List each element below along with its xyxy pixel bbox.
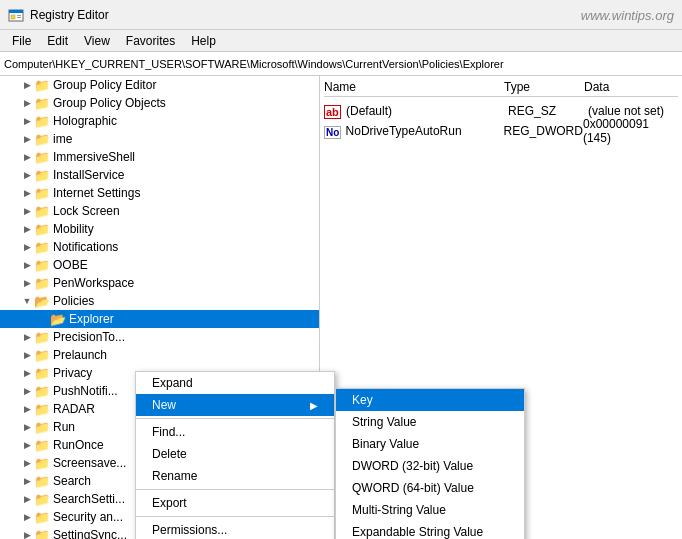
tree-chevron-icon: ▶	[20, 242, 34, 252]
folder-icon: 📁	[34, 114, 50, 128]
tree-node[interactable]: ▶📁Lock Screen	[0, 202, 319, 220]
submenu-item-label: QWORD (64-bit) Value	[352, 481, 474, 495]
tree-chevron-icon: ▶	[20, 332, 34, 342]
context-menu-item[interactable]: Permissions...	[136, 519, 334, 539]
tree-chevron-icon: ▶	[20, 422, 34, 432]
context-menu-item[interactable]: Delete	[136, 443, 334, 465]
folder-icon: 📁	[34, 240, 50, 254]
tree-node[interactable]: ▶📁Notifications	[0, 238, 319, 256]
col-data: Data	[584, 80, 609, 94]
tree-node[interactable]: ▶📁PenWorkspace	[0, 274, 319, 292]
detail-row[interactable]: NoNoDriveTypeAutoRunREG_DWORD0x00000091 …	[324, 121, 678, 141]
submenu-item-label: Multi-String Value	[352, 503, 446, 517]
app-icon	[8, 7, 24, 23]
tree-label: ImmersiveShell	[53, 150, 135, 164]
tree-chevron-icon: ▶	[20, 152, 34, 162]
submenu-item[interactable]: Expandable String Value	[336, 521, 524, 539]
tree-chevron-icon: ▶	[20, 80, 34, 90]
folder-icon: 📁	[34, 330, 50, 344]
svg-rect-3	[17, 15, 21, 16]
tree-label: Security an...	[53, 510, 123, 524]
submenu-item-label: Key	[352, 393, 373, 407]
menu-edit[interactable]: Edit	[39, 32, 76, 50]
menu-help[interactable]: Help	[183, 32, 224, 50]
watermark: www.wintips.org	[581, 7, 674, 22]
submenu-item[interactable]: Key	[336, 389, 524, 411]
folder-icon: 📁	[34, 150, 50, 164]
submenu-item-label: DWORD (32-bit) Value	[352, 459, 473, 473]
value-data: 0x00000091 (145)	[583, 117, 678, 145]
context-menu[interactable]: ExpandNew▶Find...DeleteRenameExportPermi…	[135, 371, 335, 539]
tree-node[interactable]: ▶📁Group Policy Editor	[0, 76, 319, 94]
tree-label: Privacy	[53, 366, 92, 380]
tree-label: Policies	[53, 294, 94, 308]
tree-node[interactable]: ▶📁OOBE	[0, 256, 319, 274]
context-menu-item[interactable]: Rename	[136, 465, 334, 487]
tree-node[interactable]: ▶📁ImmersiveShell	[0, 148, 319, 166]
folder-icon: 📂	[34, 294, 50, 308]
tree-node[interactable]: ▶📁ime	[0, 130, 319, 148]
folder-icon: 📁	[34, 258, 50, 272]
context-menu-item-label: Rename	[152, 469, 197, 483]
context-menu-item[interactable]: Export	[136, 492, 334, 514]
tree-label: SearchSetti...	[53, 492, 125, 506]
tree-node[interactable]: ▶📁Internet Settings	[0, 184, 319, 202]
value-name: NoDriveTypeAutoRun	[346, 124, 504, 138]
title-bar: Registry Editor www.wintips.org	[0, 0, 682, 30]
tree-label: Prelaunch	[53, 348, 107, 362]
context-menu-item[interactable]: Find...	[136, 421, 334, 443]
submenu[interactable]: KeyString ValueBinary ValueDWORD (32-bit…	[335, 388, 525, 539]
tree-chevron-icon: ▶	[20, 188, 34, 198]
tree-chevron-icon: ▶	[20, 170, 34, 180]
tree-node[interactable]: ▶📁PrecisionTo...	[0, 328, 319, 346]
tree-node[interactable]: ▶📁Group Policy Objects	[0, 94, 319, 112]
folder-icon: 📁	[34, 510, 50, 524]
tree-label: RADAR	[53, 402, 95, 416]
tree-label: Run	[53, 420, 75, 434]
address-path: Computer\HKEY_CURRENT_USER\SOFTWARE\Micr…	[4, 58, 504, 70]
tree-label: Lock Screen	[53, 204, 120, 218]
tree-label: Search	[53, 474, 91, 488]
submenu-item[interactable]: Multi-String Value	[336, 499, 524, 521]
tree-node[interactable]: ▶📁Holographic	[0, 112, 319, 130]
tree-node[interactable]: ▶📁Mobility	[0, 220, 319, 238]
folder-icon: 📁	[34, 186, 50, 200]
folder-icon: 📁	[34, 222, 50, 236]
folder-icon: 📁	[34, 132, 50, 146]
menu-favorites[interactable]: Favorites	[118, 32, 183, 50]
tree-node[interactable]: ▼📂Policies	[0, 292, 319, 310]
value-type-icon: No	[324, 124, 342, 139]
folder-icon: 📁	[34, 78, 50, 92]
col-type: Type	[504, 80, 584, 94]
value-type: REG_SZ	[508, 104, 588, 118]
tree-chevron-icon: ▼	[20, 296, 34, 306]
folder-icon: 📁	[34, 384, 50, 398]
submenu-item[interactable]: DWORD (32-bit) Value	[336, 455, 524, 477]
submenu-item[interactable]: String Value	[336, 411, 524, 433]
folder-icon: 📁	[34, 96, 50, 110]
tree-chevron-icon: ▶	[20, 458, 34, 468]
value-type-icon: ab	[324, 104, 342, 119]
submenu-item[interactable]: Binary Value	[336, 433, 524, 455]
submenu-item[interactable]: QWORD (64-bit) Value	[336, 477, 524, 499]
tree-node[interactable]: 📂Explorer	[0, 310, 319, 328]
tree-chevron-icon: ▶	[20, 260, 34, 270]
tree-chevron-icon: ▶	[20, 134, 34, 144]
menu-view[interactable]: View	[76, 32, 118, 50]
tree-chevron-icon: ▶	[20, 530, 34, 539]
context-menu-item[interactable]: New▶	[136, 394, 334, 416]
tree-label: Group Policy Editor	[53, 78, 156, 92]
folder-icon: 📁	[34, 456, 50, 470]
tree-node[interactable]: ▶📁InstallService	[0, 166, 319, 184]
context-menu-item[interactable]: Expand	[136, 372, 334, 394]
tree-node[interactable]: ▶📁Prelaunch	[0, 346, 319, 364]
tree-chevron-icon: ▶	[20, 116, 34, 126]
context-menu-separator	[136, 516, 334, 517]
context-menu-item-label: Expand	[152, 376, 193, 390]
submenu-item-label: Expandable String Value	[352, 525, 483, 539]
tree-label: Explorer	[69, 312, 114, 326]
folder-icon: 📁	[34, 348, 50, 362]
folder-icon: 📁	[34, 168, 50, 182]
menu-file[interactable]: File	[4, 32, 39, 50]
tree-label: Notifications	[53, 240, 118, 254]
